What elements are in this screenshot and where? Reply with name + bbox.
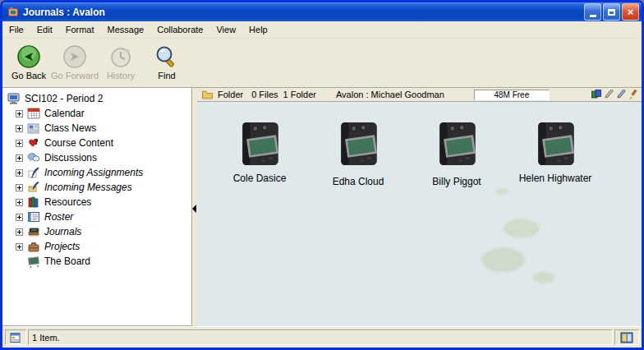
expand-plus-icon[interactable] [16, 243, 23, 251]
free-space-gauge: 48M Free [474, 90, 550, 100]
panel-toggle-icon [620, 332, 633, 343]
tree-item-calendar[interactable]: Calendar [6, 106, 190, 121]
menu-message[interactable]: Message [101, 22, 151, 37]
status-text-cell: 1 Item. [28, 329, 613, 345]
tree-item-the-board[interactable]: The Board [6, 254, 190, 269]
journal-item-helen-highwater[interactable]: Helen Highwater [514, 120, 596, 184]
tree-item-label: Course Content [44, 137, 113, 149]
menubar: File Edit Format Message Collaborate Vie… [2, 21, 642, 39]
history-clock-icon [108, 44, 133, 69]
folder-info-bar: Folder 0 Files 1 Folder Avalon : Michael… [197, 88, 642, 102]
board-icon [27, 255, 40, 268]
brush-icon[interactable] [628, 90, 638, 99]
journal-item-label: Billy Piggot [432, 176, 481, 187]
tree-item-roster[interactable]: Roster [6, 210, 190, 224]
folder-type-label: Folder [218, 90, 243, 99]
minimize-icon [590, 15, 596, 17]
status-text: 1 Item. [32, 333, 60, 343]
expand-plus-icon[interactable] [16, 110, 23, 117]
tree-item-discussions[interactable]: Discussions [6, 150, 190, 165]
tree-item-label: Incoming Assignments [44, 167, 143, 178]
calendar-icon [27, 107, 40, 120]
expand-plus-icon[interactable] [16, 214, 23, 221]
close-icon: × [628, 5, 634, 20]
go-forward-label: Go Forward [51, 71, 99, 81]
tree-root-label: SCI102 - Period 2 [25, 93, 103, 104]
app-icon[interactable] [7, 6, 20, 19]
tree-item-label: Class News [44, 122, 96, 134]
tree-item-course-content[interactable]: Course Content [6, 136, 190, 150]
tree-item-label: The Board [44, 256, 90, 267]
course-content-icon [27, 136, 40, 150]
titlebar: Journals : Avalon × [2, 2, 642, 21]
menu-file[interactable]: File [2, 22, 30, 37]
tree-item-incoming-assignments[interactable]: Incoming Assignments [6, 165, 190, 180]
journal-items-row: Cole Dasice [197, 102, 642, 187]
tree-item-label: Roster [44, 211, 73, 223]
history-button: History [98, 41, 144, 85]
new-item-icon[interactable] [591, 90, 601, 99]
tree-item-resources[interactable]: Resources [6, 195, 190, 210]
ledger-icon [10, 332, 21, 343]
find-label: Find [158, 71, 175, 81]
journal-book-icon [532, 120, 578, 168]
folder-owner: Avalon : Michael Goodman [336, 90, 444, 99]
back-circle-arrow-icon [16, 44, 41, 69]
tree-item-label: Resources [44, 196, 91, 208]
folders-count: 1 Folder [283, 90, 316, 99]
expand-plus-icon[interactable] [16, 184, 23, 191]
status-panel-button[interactable] [614, 329, 639, 345]
close-button[interactable]: × [622, 3, 639, 21]
forward-circle-arrow-icon [62, 44, 87, 69]
folder-contents: Cole Dasice [197, 102, 642, 326]
menu-view[interactable]: View [209, 22, 242, 37]
collapse-arrow-icon[interactable] [192, 205, 196, 213]
tree-root-sci102[interactable]: SCI102 - Period 2 [6, 91, 190, 106]
expand-plus-icon[interactable] [16, 199, 23, 206]
maximize-icon [608, 9, 615, 16]
journal-item-billy-piggot[interactable]: Billy Piggot [416, 120, 498, 187]
tree-item-class-news[interactable]: Class News [6, 121, 190, 136]
menu-format[interactable]: Format [59, 22, 101, 37]
app-window: Journals : Avalon × File Edit Format Mes… [0, 0, 644, 350]
minimize-button[interactable] [584, 3, 601, 21]
menu-help[interactable]: Help [242, 22, 274, 37]
tree-item-label: Discussions [44, 152, 97, 163]
course-tree: SCI102 - Period 2 Calendar Class N [2, 88, 192, 326]
tree-item-label: Projects [44, 241, 80, 252]
history-label: History [107, 71, 135, 81]
journal-item-edha-cloud[interactable]: Edha Cloud [317, 120, 399, 187]
pen-icon[interactable] [616, 90, 626, 99]
expand-plus-icon[interactable] [16, 154, 23, 162]
maximize-button[interactable] [603, 3, 620, 21]
projects-icon [27, 240, 40, 253]
journal-item-cole-dasice[interactable]: Cole Dasice [218, 120, 301, 184]
expand-plus-icon[interactable] [16, 228, 23, 236]
menu-collaborate[interactable]: Collaborate [150, 22, 209, 37]
tree-item-label: Journals [44, 226, 81, 237]
map-watermark [448, 199, 571, 297]
window-title: Journals : Avalon [23, 7, 582, 18]
find-button[interactable]: Find [144, 41, 190, 85]
expand-plus-icon[interactable] [16, 169, 23, 177]
go-forward-button: Go Forward [52, 41, 98, 85]
tree-item-incoming-messages[interactable]: Incoming Messages [6, 180, 190, 195]
journal-book-icon [237, 120, 283, 168]
files-count: 0 Files [251, 90, 278, 99]
tree-item-label: Calendar [44, 108, 85, 119]
expand-plus-icon[interactable] [16, 125, 23, 132]
body: SCI102 - Period 2 Calendar Class N [2, 88, 642, 326]
journal-item-label: Cole Dasice [233, 173, 287, 184]
journal-book-icon [434, 120, 480, 168]
expand-plus-icon[interactable] [16, 140, 23, 147]
journal-book-icon [335, 120, 381, 168]
folder-icon [202, 90, 213, 99]
quill-icon [27, 166, 40, 179]
pencil-icon[interactable] [604, 90, 614, 99]
go-back-button[interactable]: Go Back [6, 41, 52, 85]
tree-item-projects[interactable]: Projects [6, 239, 190, 254]
menu-edit[interactable]: Edit [30, 22, 59, 37]
statusbar: 1 Item. [2, 326, 642, 348]
roster-icon [27, 210, 40, 223]
tree-item-journals[interactable]: Journals [6, 224, 190, 239]
